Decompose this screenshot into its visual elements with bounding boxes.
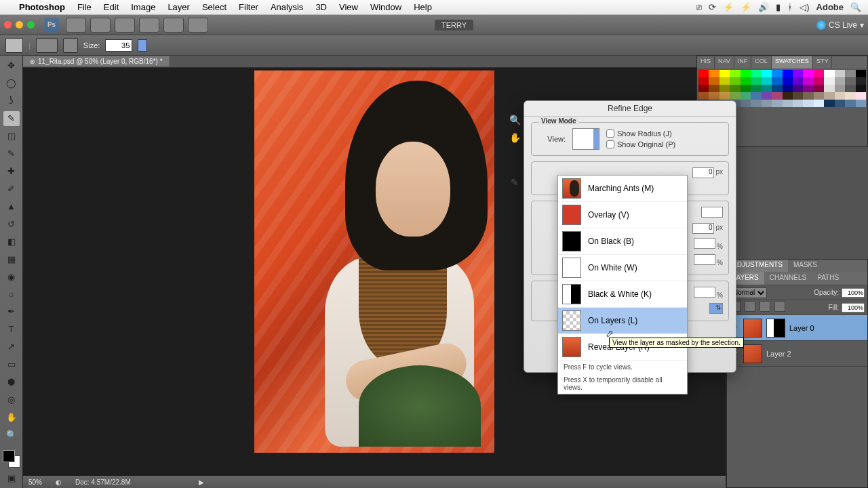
menu-view[interactable]: View xyxy=(339,2,358,12)
menu-layer[interactable]: Layer xyxy=(167,2,190,12)
layer-thumb[interactable] xyxy=(743,344,762,363)
eyedropper-tool[interactable]: ✎ xyxy=(3,146,20,161)
mask-thumb[interactable] xyxy=(766,319,785,338)
close-window-icon[interactable] xyxy=(4,21,12,28)
app-menu[interactable]: Photoshop xyxy=(19,2,65,12)
view-option-on-layers[interactable]: On Layers (L) xyxy=(558,308,687,334)
tab-channels[interactable]: CHANNELS xyxy=(764,272,812,285)
arrange-button[interactable] xyxy=(163,18,184,33)
tab-close-icon[interactable]: ⊗ xyxy=(30,58,35,65)
amount-input[interactable] xyxy=(694,287,715,298)
menu-edit[interactable]: Edit xyxy=(104,2,119,12)
show-original-checkbox[interactable]: Show Original (P) xyxy=(606,140,675,148)
tab-masks[interactable]: MASKS xyxy=(788,260,823,272)
cslive-label: CS Live xyxy=(829,20,857,30)
hand-icon[interactable]: ✋ xyxy=(508,131,521,144)
lock-position-icon[interactable] xyxy=(760,301,770,312)
gradient-tool[interactable]: ▦ xyxy=(3,251,20,266)
tab-swatches[interactable]: SWATCHES xyxy=(772,56,813,68)
tab-history[interactable]: HIS xyxy=(697,56,715,68)
stamp-tool[interactable]: ▲ xyxy=(3,199,20,214)
opacity-input[interactable] xyxy=(842,288,865,298)
menu-file[interactable]: File xyxy=(77,2,92,12)
pen-tool[interactable]: ✒ xyxy=(3,304,20,319)
bridge-button[interactable] xyxy=(66,18,86,33)
menu-help[interactable]: Help xyxy=(414,2,432,12)
refine-brush-icon[interactable]: ✎ xyxy=(508,176,521,189)
layer-thumb[interactable] xyxy=(743,319,762,338)
layer-row[interactable]: 👁 Layer 0 xyxy=(727,315,867,341)
menu-image[interactable]: Image xyxy=(131,2,155,12)
lock-pixels-icon[interactable] xyxy=(745,301,755,312)
menu-window[interactable]: Window xyxy=(370,2,401,12)
3d-tool[interactable]: ⬢ xyxy=(3,375,20,390)
cs-live-button[interactable]: CS Live ▾ xyxy=(816,20,864,30)
view-option-overlay[interactable]: Overlay (V) xyxy=(558,202,687,228)
view-option-on-white[interactable]: On White (W) xyxy=(558,255,687,281)
marquee-tool[interactable]: ◯ xyxy=(3,76,20,91)
brush-add-icon[interactable] xyxy=(63,38,78,53)
view-option-marching-ants[interactable]: Marching Ants (M) xyxy=(558,176,687,202)
move-tool[interactable]: ✥ xyxy=(3,58,20,73)
path-tool[interactable]: ↗ xyxy=(3,340,20,354)
eraser-tool[interactable]: ◧ xyxy=(3,234,20,249)
view-option-on-black[interactable]: On Black (B) xyxy=(558,228,687,255)
view-dropdown[interactable] xyxy=(572,128,599,150)
zoom-tool[interactable]: 🔍 xyxy=(3,427,20,442)
brush-tool[interactable]: ✐ xyxy=(3,181,20,196)
menu-select[interactable]: Select xyxy=(202,2,226,12)
tab-navigator[interactable]: NAV xyxy=(715,56,734,68)
quickmask-icon[interactable]: ▣ xyxy=(3,470,20,485)
workspace-selector[interactable]: TERRY xyxy=(435,20,473,30)
menu-analysis[interactable]: Analysis xyxy=(271,2,303,12)
brand-label: Adobe xyxy=(816,2,844,12)
contrast-input[interactable] xyxy=(694,238,715,249)
zoom-level-button[interactable] xyxy=(139,18,159,33)
brush-size-input[interactable] xyxy=(105,39,132,52)
tab-paths[interactable]: PATHS xyxy=(812,272,844,285)
fill-input[interactable] xyxy=(842,303,865,312)
crop-tool[interactable]: ◫ xyxy=(3,129,20,144)
type-tool[interactable]: T xyxy=(3,322,20,337)
app-toolbar: Ps TERRY CS Live ▾ xyxy=(0,15,868,35)
brush-preview[interactable] xyxy=(36,38,58,53)
output-dropdown[interactable]: ⇅ xyxy=(709,303,723,314)
minimize-window-icon[interactable] xyxy=(16,21,23,28)
zoom-icon[interactable]: 🔍 xyxy=(508,113,521,127)
zoom-level[interactable]: 50% xyxy=(28,479,42,486)
tab-styles[interactable]: STY xyxy=(813,56,833,68)
show-radius-checkbox[interactable]: Show Radius (J) xyxy=(606,129,675,138)
feather-input[interactable]: 0 xyxy=(692,223,714,234)
view-option-black-white[interactable]: Black & White (K) xyxy=(558,281,687,308)
tab-info[interactable]: INF xyxy=(734,56,752,68)
window-controls[interactable] xyxy=(4,21,35,28)
shape-tool[interactable]: ▭ xyxy=(3,357,20,372)
hand-tool[interactable]: ✋ xyxy=(3,409,20,424)
blur-tool[interactable]: ◉ xyxy=(3,269,20,284)
history-brush-tool[interactable]: ↺ xyxy=(3,216,20,231)
radius-input[interactable]: 0 xyxy=(692,167,714,178)
size-dropdown-icon[interactable] xyxy=(138,39,147,52)
status-arrow-icon[interactable]: ▶ xyxy=(199,479,204,486)
document-tab[interactable]: ⊗ 11_Rita.psd @ 50% (Layer 0, RGB/16*) * xyxy=(23,56,170,66)
zoom-window-icon[interactable] xyxy=(27,21,35,28)
3d-camera-tool[interactable]: ◎ xyxy=(3,392,20,407)
layer-row[interactable]: 👁 Layer 2 xyxy=(727,341,867,367)
dodge-tool[interactable]: ☼ xyxy=(3,287,20,302)
tab-color[interactable]: COL xyxy=(751,56,772,68)
smooth-input[interactable] xyxy=(701,207,723,218)
quick-select-tool[interactable]: ✎ xyxy=(3,111,20,126)
color-swatches[interactable] xyxy=(3,450,20,468)
heal-tool[interactable]: ✚ xyxy=(3,164,20,179)
minibridge-button[interactable] xyxy=(90,18,111,33)
lasso-tool[interactable]: ʖ xyxy=(3,94,20,108)
screen-mode-button[interactable] xyxy=(188,18,208,33)
lock-all-icon[interactable] xyxy=(774,301,785,312)
menu-filter[interactable]: Filter xyxy=(239,2,258,12)
doc-size: Doc: 4.57M/22.8M xyxy=(75,479,131,486)
current-tool-icon[interactable] xyxy=(5,38,23,53)
shift-input[interactable] xyxy=(694,254,715,265)
view-extras-button[interactable] xyxy=(115,18,135,33)
spotlight-icon[interactable]: 🔍 xyxy=(850,2,861,12)
menu-3d[interactable]: 3D xyxy=(315,2,327,12)
